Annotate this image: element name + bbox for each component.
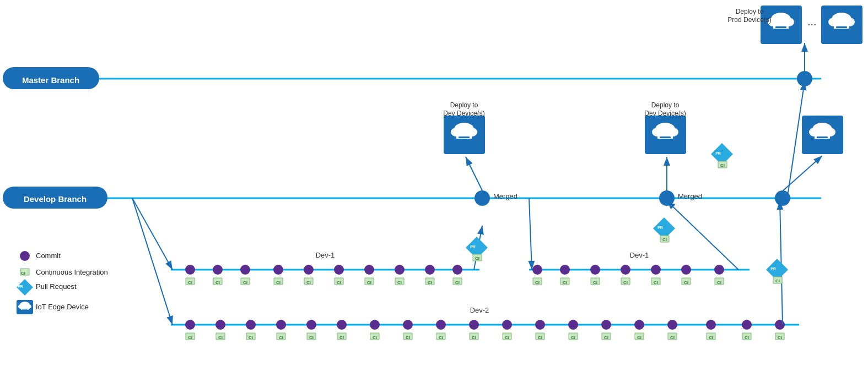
develop-branch-label: Develop Branch: [24, 194, 87, 204]
svg-point-26: [425, 265, 435, 275]
svg-text:CI: CI: [428, 280, 432, 285]
svg-text:CI: CI: [367, 280, 371, 285]
svg-point-54: [276, 320, 286, 330]
merged-dot-1: [475, 190, 490, 206]
svg-text:CI: CI: [684, 280, 688, 285]
svg-point-69: [436, 320, 446, 330]
svg-text:PR: PR: [770, 267, 776, 271]
svg-point-11: [273, 265, 283, 275]
svg-text:CI: CI: [337, 280, 341, 285]
svg-text:Dev Device(s): Dev Device(s): [443, 110, 484, 117]
svg-point-115: [651, 265, 661, 275]
legend-pr-text: Pull Request: [36, 282, 77, 291]
pipeline-diagram: Master Branch Develop Branch Dev-1 Dev-2…: [0, 0, 868, 366]
deploy-dev-box-right: [783, 116, 843, 191]
svg-point-96: [742, 320, 752, 330]
svg-point-171: [20, 251, 30, 261]
deploy-prod-box: Deploy to Prod Device(s): [727, 6, 802, 44]
svg-point-121: [714, 265, 724, 275]
legend-ci-text: Continuous Integration: [36, 268, 108, 276]
merged-dot-3: [775, 190, 790, 206]
svg-text:CI: CI: [306, 280, 311, 285]
svg-rect-42: [459, 136, 470, 138]
svg-text:CI: CI: [475, 256, 479, 261]
svg-text:CI: CI: [571, 335, 575, 340]
svg-point-72: [469, 320, 479, 330]
svg-text:CI: CI: [778, 335, 782, 340]
svg-rect-152: [775, 26, 786, 28]
svg-text:CI: CI: [709, 335, 713, 340]
svg-text:CI: CI: [538, 335, 542, 340]
svg-point-51: [246, 320, 256, 330]
svg-point-57: [306, 320, 316, 330]
svg-text:CI: CI: [662, 237, 667, 242]
svg-text:CI: CI: [535, 280, 540, 285]
svg-text:CI: CI: [563, 280, 567, 285]
merged-dot-2: [659, 190, 675, 206]
svg-text:Deploy to: Deploy to: [651, 101, 680, 109]
svg-text:CI: CI: [623, 280, 628, 285]
svg-rect-168: [817, 136, 828, 138]
svg-text:CI: CI: [21, 271, 25, 276]
svg-text:CI: CI: [279, 335, 283, 340]
svg-point-29: [452, 265, 462, 275]
svg-text:CI: CI: [637, 335, 641, 340]
pr-ci-to-master: PR CI: [711, 143, 733, 168]
merged-label-2: Merged: [678, 192, 702, 200]
svg-text:CI: CI: [276, 280, 281, 285]
svg-point-14: [304, 265, 314, 275]
svg-point-90: [667, 320, 677, 330]
svg-rect-43: [459, 139, 470, 141]
svg-point-93: [706, 320, 716, 330]
svg-text:CI: CI: [397, 280, 402, 285]
deploy-dev-label-1: Deploy to: [450, 101, 478, 109]
svg-point-48: [215, 320, 225, 330]
svg-text:CI: CI: [406, 335, 410, 340]
svg-text:CI: CI: [218, 335, 223, 340]
svg-text:CI: CI: [717, 280, 721, 285]
svg-text:CI: CI: [505, 335, 509, 340]
merged-label-1: Merged: [493, 192, 517, 200]
svg-point-84: [601, 320, 611, 330]
svg-text:CI: CI: [720, 163, 725, 168]
develop-to-dev2-arrow: [132, 198, 172, 325]
legend-commit-text: Commit: [36, 252, 61, 260]
svg-text:CI: CI: [455, 280, 460, 285]
svg-text:CI: CI: [670, 335, 675, 340]
svg-point-60: [337, 320, 347, 330]
deploy-dev-box-2: Deploy to Dev Device(s): [644, 101, 686, 154]
svg-line-124: [667, 201, 738, 270]
svg-text:PR: PR: [18, 285, 23, 288]
dev1b-label: Dev-1: [630, 251, 649, 259]
svg-text:CI: CI: [243, 280, 247, 285]
svg-text:PR: PR: [657, 226, 663, 230]
deploy-prod-box-2: [821, 6, 862, 44]
pr-ci-dev2-merge: PR CI: [766, 201, 788, 325]
arrow-to-deploy-dev1: [466, 157, 482, 190]
svg-point-63: [370, 320, 380, 330]
ellipsis: ···: [807, 18, 817, 30]
legend-iot-text: IoT Edge Device: [36, 303, 89, 311]
svg-point-66: [403, 320, 413, 330]
svg-point-81: [568, 320, 578, 330]
svg-text:Prod Device(s): Prod Device(s): [727, 16, 771, 24]
pr-ci-dev1b: PR CI: [653, 201, 738, 270]
svg-text:CI: CI: [373, 335, 377, 340]
svg-text:CI: CI: [439, 335, 443, 340]
svg-text:CI: CI: [188, 335, 192, 340]
svg-point-20: [364, 265, 374, 275]
svg-point-5: [213, 265, 223, 275]
svg-rect-161: [836, 26, 847, 28]
dev1b-commits: CI CI CI CI CI CI CI: [529, 198, 724, 285]
master-branch-label: Master Branch: [22, 75, 79, 85]
deploy-dev-box-1: Deploy to Dev Device(s): [443, 101, 485, 154]
svg-point-112: [621, 265, 630, 275]
svg-text:CI: CI: [745, 335, 749, 340]
svg-text:PR: PR: [715, 151, 721, 155]
svg-point-23: [395, 265, 405, 275]
svg-rect-153: [775, 29, 786, 31]
svg-text:PR: PR: [470, 245, 476, 249]
svg-text:CI: CI: [472, 335, 476, 340]
develop-to-dev1-arrow: [132, 198, 172, 270]
dev2-commits: CI CI CI CI CI CI CI CI CI CI CI CI: [185, 320, 785, 340]
